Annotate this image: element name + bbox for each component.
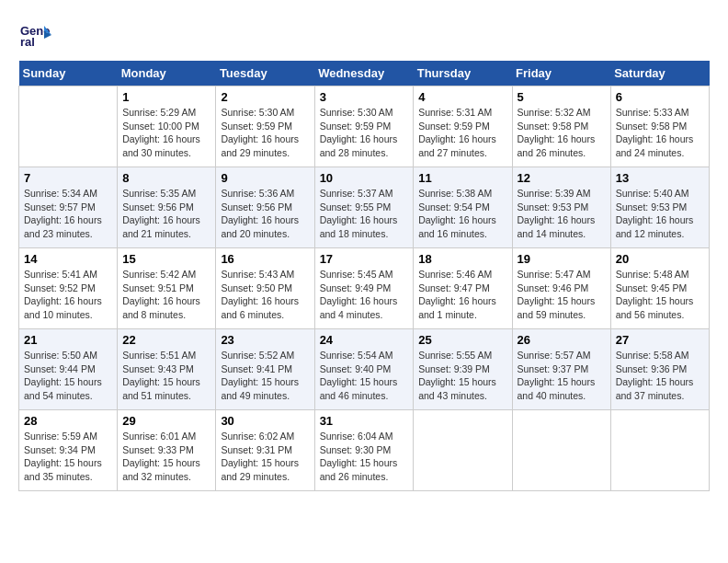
day-number: 3	[320, 90, 409, 104]
day-info: Sunrise: 5:52 AM Sunset: 9:41 PM Dayligh…	[221, 349, 309, 403]
calendar-table: SundayMondayTuesdayWednesdayThursdayFrid…	[18, 61, 710, 491]
calendar-cell	[512, 410, 610, 491]
calendar-cell	[19, 86, 118, 167]
calendar-cell: 28Sunrise: 5:59 AM Sunset: 9:34 PM Dayli…	[19, 410, 118, 491]
day-number: 2	[221, 90, 309, 104]
day-of-week-header: Wednesday	[314, 61, 414, 86]
day-info: Sunrise: 5:45 AM Sunset: 9:49 PM Dayligh…	[320, 268, 409, 322]
day-number: 6	[616, 90, 704, 104]
day-info: Sunrise: 5:37 AM Sunset: 9:55 PM Dayligh…	[320, 187, 409, 241]
calendar-cell: 15Sunrise: 5:42 AM Sunset: 9:51 PM Dayli…	[118, 248, 216, 329]
day-number: 18	[418, 252, 506, 266]
day-info: Sunrise: 6:02 AM Sunset: 9:31 PM Dayligh…	[221, 430, 309, 484]
day-number: 21	[24, 333, 112, 347]
calendar-cell: 6Sunrise: 5:33 AM Sunset: 9:58 PM Daylig…	[610, 86, 709, 167]
day-info: Sunrise: 5:59 AM Sunset: 9:34 PM Dayligh…	[24, 430, 112, 484]
calendar-cell: 2Sunrise: 5:30 AM Sunset: 9:59 PM Daylig…	[216, 86, 314, 167]
day-number: 16	[221, 252, 309, 266]
calendar-cell: 3Sunrise: 5:30 AM Sunset: 9:59 PM Daylig…	[314, 86, 414, 167]
day-info: Sunrise: 5:35 AM Sunset: 9:56 PM Dayligh…	[122, 187, 210, 241]
day-info: Sunrise: 5:42 AM Sunset: 9:51 PM Dayligh…	[122, 268, 210, 322]
calendar-cell: 10Sunrise: 5:37 AM Sunset: 9:55 PM Dayli…	[314, 167, 414, 248]
calendar-cell: 8Sunrise: 5:35 AM Sunset: 9:56 PM Daylig…	[118, 167, 216, 248]
day-number: 22	[122, 333, 210, 347]
day-number: 4	[418, 90, 506, 104]
calendar-cell: 26Sunrise: 5:57 AM Sunset: 9:37 PM Dayli…	[512, 329, 610, 410]
calendar-cell: 13Sunrise: 5:40 AM Sunset: 9:53 PM Dayli…	[610, 167, 709, 248]
day-number: 25	[418, 333, 506, 347]
day-info: Sunrise: 5:50 AM Sunset: 9:44 PM Dayligh…	[24, 349, 112, 403]
calendar-cell	[414, 410, 512, 491]
day-number: 15	[122, 252, 210, 266]
day-info: Sunrise: 5:33 AM Sunset: 9:58 PM Dayligh…	[616, 106, 704, 160]
calendar-cell: 18Sunrise: 5:46 AM Sunset: 9:47 PM Dayli…	[414, 248, 512, 329]
day-info: Sunrise: 5:39 AM Sunset: 9:53 PM Dayligh…	[518, 187, 606, 241]
calendar-cell: 16Sunrise: 5:43 AM Sunset: 9:50 PM Dayli…	[216, 248, 314, 329]
calendar-cell: 30Sunrise: 6:02 AM Sunset: 9:31 PM Dayli…	[216, 410, 314, 491]
day-number: 28	[24, 414, 112, 428]
calendar-cell: 7Sunrise: 5:34 AM Sunset: 9:57 PM Daylig…	[19, 167, 118, 248]
day-info: Sunrise: 5:30 AM Sunset: 9:59 PM Dayligh…	[221, 106, 309, 160]
calendar-cell: 21Sunrise: 5:50 AM Sunset: 9:44 PM Dayli…	[19, 329, 118, 410]
day-number: 30	[221, 414, 309, 428]
calendar-cell: 9Sunrise: 5:36 AM Sunset: 9:56 PM Daylig…	[216, 167, 314, 248]
day-number: 12	[518, 171, 606, 185]
day-number: 19	[518, 252, 606, 266]
calendar-week-row: 28Sunrise: 5:59 AM Sunset: 9:34 PM Dayli…	[19, 410, 710, 491]
day-info: Sunrise: 5:55 AM Sunset: 9:39 PM Dayligh…	[418, 349, 506, 403]
calendar-cell: 29Sunrise: 6:01 AM Sunset: 9:33 PM Dayli…	[118, 410, 216, 491]
day-info: Sunrise: 5:58 AM Sunset: 9:36 PM Dayligh…	[616, 349, 704, 403]
calendar-week-row: 21Sunrise: 5:50 AM Sunset: 9:44 PM Dayli…	[19, 329, 710, 410]
day-of-week-header: Friday	[512, 61, 610, 86]
calendar-cell: 1Sunrise: 5:29 AM Sunset: 10:00 PM Dayli…	[118, 86, 216, 167]
day-number: 29	[122, 414, 210, 428]
day-of-week-header: Saturday	[610, 61, 709, 86]
calendar-cell: 31Sunrise: 6:04 AM Sunset: 9:30 PM Dayli…	[314, 410, 414, 491]
day-info: Sunrise: 5:43 AM Sunset: 9:50 PM Dayligh…	[221, 268, 309, 322]
calendar-cell: 25Sunrise: 5:55 AM Sunset: 9:39 PM Dayli…	[414, 329, 512, 410]
day-info: Sunrise: 5:31 AM Sunset: 9:59 PM Dayligh…	[418, 106, 506, 160]
day-info: Sunrise: 5:32 AM Sunset: 9:58 PM Dayligh…	[518, 106, 606, 160]
calendar-week-row: 14Sunrise: 5:41 AM Sunset: 9:52 PM Dayli…	[19, 248, 710, 329]
day-number: 7	[24, 171, 112, 185]
day-number: 5	[518, 90, 606, 104]
day-info: Sunrise: 5:57 AM Sunset: 9:37 PM Dayligh…	[518, 349, 606, 403]
calendar-week-row: 7Sunrise: 5:34 AM Sunset: 9:57 PM Daylig…	[19, 167, 710, 248]
calendar-cell: 19Sunrise: 5:47 AM Sunset: 9:46 PM Dayli…	[512, 248, 610, 329]
day-info: Sunrise: 5:36 AM Sunset: 9:56 PM Dayligh…	[221, 187, 309, 241]
day-number: 13	[616, 171, 704, 185]
day-of-week-header: Thursday	[414, 61, 512, 86]
calendar-cell: 22Sunrise: 5:51 AM Sunset: 9:43 PM Dayli…	[118, 329, 216, 410]
day-number: 8	[122, 171, 210, 185]
calendar-week-row: 1Sunrise: 5:29 AM Sunset: 10:00 PM Dayli…	[19, 86, 710, 167]
calendar-cell: 11Sunrise: 5:38 AM Sunset: 9:54 PM Dayli…	[414, 167, 512, 248]
calendar-cell: 27Sunrise: 5:58 AM Sunset: 9:36 PM Dayli…	[610, 329, 709, 410]
logo-icon: Gene ral	[18, 18, 51, 52]
day-number: 1	[122, 90, 210, 104]
calendar-cell: 24Sunrise: 5:54 AM Sunset: 9:40 PM Dayli…	[314, 329, 414, 410]
day-number: 26	[518, 333, 606, 347]
day-of-week-header: Monday	[118, 61, 216, 86]
day-number: 14	[24, 252, 112, 266]
day-info: Sunrise: 5:51 AM Sunset: 9:43 PM Dayligh…	[122, 349, 210, 403]
day-number: 10	[320, 171, 409, 185]
day-info: Sunrise: 5:40 AM Sunset: 9:53 PM Dayligh…	[616, 187, 704, 241]
day-number: 24	[320, 333, 409, 347]
calendar-cell: 20Sunrise: 5:48 AM Sunset: 9:45 PM Dayli…	[610, 248, 709, 329]
day-number: 9	[221, 171, 309, 185]
calendar-cell: 5Sunrise: 5:32 AM Sunset: 9:58 PM Daylig…	[512, 86, 610, 167]
day-info: Sunrise: 6:01 AM Sunset: 9:33 PM Dayligh…	[122, 430, 210, 484]
day-info: Sunrise: 5:47 AM Sunset: 9:46 PM Dayligh…	[518, 268, 606, 322]
day-number: 23	[221, 333, 309, 347]
day-info: Sunrise: 5:54 AM Sunset: 9:40 PM Dayligh…	[320, 349, 409, 403]
day-info: Sunrise: 5:38 AM Sunset: 9:54 PM Dayligh…	[418, 187, 506, 241]
day-number: 17	[320, 252, 409, 266]
day-info: Sunrise: 5:34 AM Sunset: 9:57 PM Dayligh…	[24, 187, 112, 241]
calendar-cell: 17Sunrise: 5:45 AM Sunset: 9:49 PM Dayli…	[314, 248, 414, 329]
calendar-cell: 14Sunrise: 5:41 AM Sunset: 9:52 PM Dayli…	[19, 248, 118, 329]
calendar-cell: 12Sunrise: 5:39 AM Sunset: 9:53 PM Dayli…	[512, 167, 610, 248]
day-info: Sunrise: 5:48 AM Sunset: 9:45 PM Dayligh…	[616, 268, 704, 322]
svg-text:ral: ral	[20, 35, 35, 49]
day-info: Sunrise: 5:29 AM Sunset: 10:00 PM Daylig…	[122, 106, 210, 160]
day-number: 31	[320, 414, 409, 428]
